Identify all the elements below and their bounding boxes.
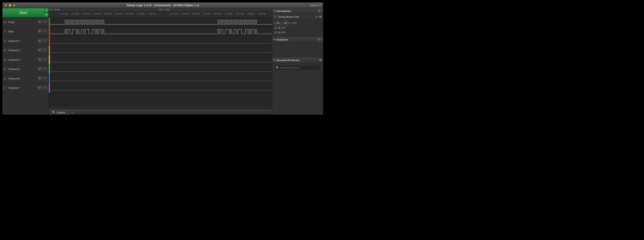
analyzers-title: Analyzers <box>276 38 317 41</box>
chevron-down-icon <box>274 60 275 61</box>
waveform-row-03 <box>49 46 272 55</box>
waveform-trace <box>50 27 272 36</box>
time-ruler-minor: +0.1 ms+0.2 ms+0.3 ms+0.4 ms+0.5 ms+0.6 … <box>49 12 272 18</box>
waveform-view[interactable]: 0 s : 0 ms0 s : 1 ms +0.1 ms+0.2 ms+0.3 … <box>49 8 272 114</box>
channel-trigger-button[interactable]: ⎍ <box>42 58 47 62</box>
waveform-baseline <box>50 43 272 44</box>
channel-color-strip <box>49 46 50 55</box>
channel-name[interactable]: Channel 6 <box>8 77 37 80</box>
ruler-tick: +0.3 ms <box>192 13 192 15</box>
ruler-minor-label: +0.1 ms <box>170 12 178 14</box>
svg-point-5 <box>39 69 40 70</box>
channel-index: 07 <box>4 87 8 89</box>
channel-trigger-button[interactable]: ⎍ <box>42 48 47 52</box>
svg-point-3 <box>39 50 40 51</box>
waveform-baseline <box>50 90 272 90</box>
marker-icon: 📍 <box>274 15 276 18</box>
gear-icon[interactable] <box>319 15 322 18</box>
channel-trigger-button[interactable]: ⎍ <box>42 20 47 24</box>
start-button[interactable]: Start <box>2 8 44 17</box>
channel-name[interactable]: Data <box>8 30 37 33</box>
annotations-title: Annotations <box>276 10 317 12</box>
waveform-baseline <box>50 81 272 81</box>
channel-color-strip <box>49 36 50 46</box>
zoom-window-button[interactable] <box>13 4 15 6</box>
analyzers-header[interactable]: Analyzers + <box>272 37 322 43</box>
channel-trigger-button[interactable]: ⎍ <box>42 67 47 71</box>
capture-tab[interactable]: 🔍 Capture <box>50 110 68 115</box>
ruler-tick: +0.9 ms <box>257 13 258 15</box>
svg-point-6 <box>39 78 40 79</box>
channel-row-04: 04Channel 4⎍ <box>2 55 48 65</box>
channel-settings-button[interactable] <box>38 48 42 52</box>
add-annotation-button[interactable]: + <box>317 9 322 13</box>
channel-index: 00 <box>4 21 8 23</box>
channel-settings-button[interactable] <box>38 67 42 71</box>
search-protocols-input[interactable] <box>274 65 321 70</box>
options-menu[interactable]: Options <box>310 4 321 7</box>
channel-row-03: 03Channel 3⎍ <box>2 46 48 55</box>
channel-name[interactable]: Channel 5 <box>8 68 37 71</box>
window-controls <box>4 4 15 6</box>
marker-a1[interactable]: A1 <box>276 21 281 26</box>
ruler-minor-label: +0.6 ms <box>225 12 232 14</box>
channel-trigger-button[interactable]: ⎍ <box>42 76 47 80</box>
chevron-down-icon <box>319 5 321 6</box>
marker-a2[interactable]: A2 <box>283 21 288 26</box>
channel-index: 02 <box>4 40 8 42</box>
channel-name[interactable]: Channel 2 <box>8 40 37 42</box>
channel-name[interactable]: Channel 7 <box>8 86 37 90</box>
waveform-row-02 <box>49 36 272 46</box>
channel-row-01: 01Data⎍ <box>2 27 48 36</box>
waveform-area[interactable] <box>49 18 272 106</box>
decoded-header[interactable]: Decoded Protocols <box>272 57 322 63</box>
right-sidebar: Annotations + 📍 Timing Marker Pair | A1 … <box>272 8 322 114</box>
footer-bar: 🔍 Capture » <box>49 109 272 114</box>
marker-a2-value: A2 @ ### <box>274 30 321 35</box>
ruler-minor-label: +0.6 ms <box>115 12 123 14</box>
channel-settings-button[interactable] <box>38 30 42 34</box>
magnifier-icon: 🔍 <box>52 111 55 114</box>
close-window-button[interactable] <box>4 4 7 6</box>
titlebar: Saleae Logic 1.2.10 – [Connected] – [24 … <box>2 2 322 8</box>
add-analyzer-button[interactable]: + <box>317 38 322 42</box>
triangle-up-icon <box>46 10 48 11</box>
channel-name[interactable]: Channel 4 <box>8 58 37 61</box>
svg-point-1 <box>39 31 40 32</box>
channel-settings-button[interactable] <box>38 39 42 43</box>
channel-settings-button[interactable] <box>38 20 42 24</box>
channel-trigger-button[interactable]: ⎍ <box>42 30 47 34</box>
channel-color-strip <box>49 84 50 93</box>
tab-overflow-button[interactable]: » <box>69 110 75 115</box>
channel-trigger-button[interactable]: ⎍ <box>42 86 47 90</box>
ruler-minor-label: +0.2 ms <box>71 12 79 14</box>
triangle-down-icon <box>46 14 48 16</box>
start-stepper-down[interactable] <box>44 12 48 17</box>
ruler-tick: +0.1 ms <box>60 13 60 15</box>
channel-name[interactable]: Channel 3 <box>8 49 37 52</box>
ruler-minor-label: +0.9 ms <box>258 12 266 14</box>
channel-name[interactable]: Clock <box>8 20 37 24</box>
channel-trigger-button[interactable]: ⎍ <box>42 39 47 43</box>
ruler-tick: +0.4 ms <box>92 13 93 15</box>
ruler-tick: +0.8 ms <box>246 13 247 15</box>
channel-index: 04 <box>4 58 8 61</box>
annotations-header[interactable]: Annotations + <box>272 8 322 14</box>
analyzers-body <box>272 43 322 57</box>
channel-settings-button[interactable] <box>38 76 42 80</box>
ruler-tick: +0.6 ms <box>114 13 115 15</box>
decoded-body <box>272 72 322 114</box>
channel-settings-button[interactable] <box>38 58 42 62</box>
ruler-minor-label: +0.9 ms <box>148 12 156 14</box>
chevron-down-icon <box>274 11 275 12</box>
horizontal-scrollbar[interactable] <box>49 106 272 109</box>
ruler-minor-label: +0.7 ms <box>236 12 244 14</box>
svg-point-2 <box>39 40 40 42</box>
gear-icon[interactable] <box>319 59 322 62</box>
waveform-row-01 <box>49 27 272 36</box>
start-stepper-up[interactable] <box>44 8 48 12</box>
minimize-window-button[interactable] <box>9 4 11 6</box>
channel-sidebar: Start 00Clock⎍01Data⎍02Channel 2⎍03Chann… <box>2 8 49 114</box>
channel-settings-button[interactable] <box>38 86 42 90</box>
timing-marker-header[interactable]: 📍 Timing Marker Pair <box>272 14 322 20</box>
